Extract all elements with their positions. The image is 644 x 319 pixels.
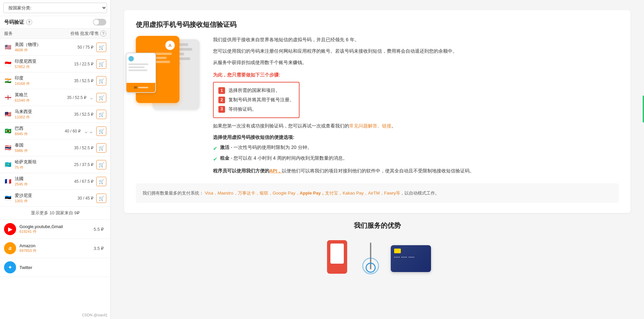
show-more-btn[interactable]: 显示更多 10 国家来自 9₽ [0, 207, 110, 220]
step-num-1: 1 [218, 87, 225, 94]
faq-text: 如果您第一次没有成功接到验证码，您可以再试一次或查看我们的常见问题解答。链接。 [213, 122, 619, 129]
cart-btn-us[interactable]: 🛒 [96, 43, 106, 52]
country-info-ee: 爱沙尼亚 1301 件 [15, 193, 75, 204]
country-name-my: 马来西亚 [15, 109, 71, 115]
advantages-label: 选择使用虚拟号码接收短信的便捷选项: [213, 134, 619, 142]
main-title: 使用虚拟手机号码接收短信验证码 [136, 20, 619, 29]
price-fr: 45 / 67.5 ₽ [74, 179, 94, 184]
cart-btn-br[interactable]: 🛒 [96, 126, 106, 136]
adv-card-illus: **** **** **** [391, 245, 431, 272]
country-count-in: 14168 件 [15, 81, 71, 86]
green-accent-bar [643, 96, 644, 122]
cart-btn-my[interactable]: 🛒 [96, 110, 106, 119]
section-title: 号码验证 [4, 19, 24, 25]
faq-link[interactable]: 常见问题解答。链接 [349, 123, 391, 128]
service-info-google: Google,youtube,Gmail 619241 件 [19, 224, 90, 234]
country-info-in: 印度 14168 件 [15, 75, 71, 86]
service-info-twitter: Twitter [19, 265, 100, 270]
step-num-2: 2 [218, 97, 225, 103]
step-text-2: 复制号码并将其用于账号注册。 [228, 96, 294, 104]
service-item-amazon[interactable]: a Amazon 697653 件 3.5 ₽ [0, 239, 110, 258]
country-item-br[interactable]: 🇧🇷 巴西 6945 件 40 / 60 ₽ ⌄⌄ 🛒 [0, 123, 110, 140]
step-text-3: 等待验证码。 [228, 105, 257, 113]
api-link[interactable]: API， [269, 168, 282, 173]
advantage-section-title: 我们服务的优势 [124, 221, 631, 230]
country-select[interactable]: 按国家分类: [3, 3, 107, 13]
services-header: 服务 价格 批发/零售 ? [0, 29, 110, 39]
payment-section: 我们拥有数量最多的支付系统： Visa，Maestro，万事达卡，银联，Goog… [136, 183, 619, 203]
payment-methods: Visa，Maestro，万事达卡，银联，Google Pay，Apple Pa… [205, 191, 400, 196]
country-count-id: 57852 件 [15, 64, 71, 69]
cart-btn-in[interactable]: 🛒 [96, 76, 106, 86]
phone-avatar: A [165, 41, 175, 50]
price-gb: 35 / 52.5 ₽ [67, 95, 87, 100]
flag-th: 🇹🇭 [4, 145, 12, 151]
country-count-us: 4608 件 [15, 48, 75, 53]
service-count-amazon: 697653 件 [19, 248, 90, 253]
arrow-indicator-us: ➤ [110, 43, 110, 52]
country-item-in[interactable]: 🇮🇳 印度 14168 件 35 / 52.5 ₽ 🛒 [0, 72, 110, 89]
service-count-google: 619241 件 [19, 229, 90, 234]
country-name-br: 巴西 [15, 125, 62, 131]
flag-kz: 🇰🇿 [4, 162, 12, 167]
phone-illustration: A [136, 36, 203, 113]
expand-icon-gb[interactable]: ⌄ [89, 94, 94, 101]
country-name-id: 印度尼西亚 [15, 58, 71, 64]
country-item-th[interactable]: 🇹🇭 泰国 5986 件 35 / 52.5 ₽ 🛒 [0, 140, 110, 156]
service-item-twitter[interactable]: ✦ Twitter [0, 258, 110, 277]
services-label: 服务 [4, 31, 13, 37]
country-info-th: 泰国 5986 件 [15, 142, 71, 153]
country-name-fr: 法國 [15, 176, 71, 182]
section-header: 号码验证 ? [0, 16, 110, 29]
country-filter: 按国家分类: [0, 0, 110, 16]
cart-btn-id[interactable]: 🛒 [96, 59, 106, 69]
help-icon[interactable]: ? [26, 19, 32, 25]
adv-card-tower [357, 240, 384, 277]
toggle-switch[interactable] [93, 19, 106, 25]
price-kz: 25 / 37.5 ₽ [74, 162, 94, 167]
service-name-amazon: Amazon [19, 243, 90, 248]
flag-in: 🇮🇳 [4, 78, 12, 84]
cart-btn-th[interactable]: 🛒 [96, 143, 106, 153]
expand-icon-br[interactable]: ⌄⌄ [84, 127, 94, 135]
price-br: 40 / 60 ₽ [65, 129, 81, 134]
intro-p2: 您可以使用我们的号码来注册任何网站和应用程序的账号。若该号码未接收到短信，费用将… [213, 47, 619, 55]
service-name-google: Google,youtube,Gmail [19, 224, 90, 229]
advantage-cards: **** **** **** [124, 240, 631, 277]
intro-p3: 从服务中获得折扣或使用数千个账号来赚钱。 [213, 59, 619, 67]
country-item-id[interactable]: 🇮🇩 印度尼西亚 57852 件 15 / 22.5 ₽ 🛒 [0, 56, 110, 72]
cart-btn-ee[interactable]: 🛒 [96, 194, 106, 203]
price-label: 价格 批发/零售 [70, 31, 99, 37]
phone-small-overlay: ✉ [126, 53, 156, 93]
adv-phone-illus [324, 240, 351, 277]
main-content: 使用虚拟手机号码接收短信验证码 [111, 0, 644, 319]
country-item-us[interactable]: 🇺🇸 美国（物理） 4608 件 50 / 75 ₽ 🛒 ➤ [0, 39, 110, 56]
price-label-area: 价格 批发/零售 ? [70, 31, 106, 37]
check-icon-2: ✔ [213, 155, 217, 164]
cart-btn-fr[interactable]: 🛒 [96, 177, 106, 186]
step-1: 1 选择所需的国家和项目。 [218, 87, 294, 95]
price-th: 35 / 52.5 ₽ [74, 146, 94, 150]
watermark: CSDN @xiao社 [0, 311, 110, 319]
intro-text: 我们提供用于接收来自世界各地短信的虚拟号码，并且已经领先 6 年。 您可以使用我… [213, 36, 619, 178]
country-count-fr: 2545 件 [15, 182, 71, 187]
info-card: 使用虚拟手机号码接收短信验证码 [124, 10, 631, 213]
price-help-icon[interactable]: ? [100, 31, 106, 37]
twitter-icon: ✦ [4, 261, 16, 273]
country-name-kz: 哈萨克斯坦 [15, 159, 71, 165]
steps-title: 为此，您只需要做如下三个步骤: [213, 71, 619, 79]
country-name-in: 印度 [15, 75, 71, 81]
cart-btn-kz[interactable]: 🛒 [96, 160, 106, 169]
country-item-kz[interactable]: 🇰🇿 哈萨克斯坦 75 件 25 / 37.5 ₽ 🛒 [0, 156, 110, 173]
country-item-ee[interactable]: 🇪🇪 爱沙尼亚 1301 件 30 / 45 ₽ 🛒 [0, 190, 110, 207]
country-info-us: 美国（物理） 4608 件 [15, 42, 75, 53]
check-text-2: 租金 - 您可以在 4 小时到 4 周的时间内收到无限数量的消息。 [220, 154, 347, 162]
country-item-fr[interactable]: 🇫🇷 法國 2545 件 45 / 67.5 ₽ 🛒 [0, 173, 110, 190]
country-item-my[interactable]: 🇲🇾 马来西亚 11002 件 35 / 52.5 ₽ 🛒 [0, 106, 110, 123]
service-item-google[interactable]: ▶ Google,youtube,Gmail 619241 件 5.5 ₽ [0, 220, 110, 239]
bottom-bar: ✉ [126, 83, 155, 92]
country-info-my: 马来西亚 11002 件 [15, 109, 71, 120]
cart-btn-gb[interactable]: 🛒 [96, 93, 106, 102]
country-count-kz: 75 件 [15, 165, 71, 170]
country-item-gb[interactable]: 🏴󠁧󠁢󠁥󠁮󠁧󠁿 英格兰 61540 件 35 / 52.5 ₽ ⌄ 🛒 [0, 89, 110, 106]
